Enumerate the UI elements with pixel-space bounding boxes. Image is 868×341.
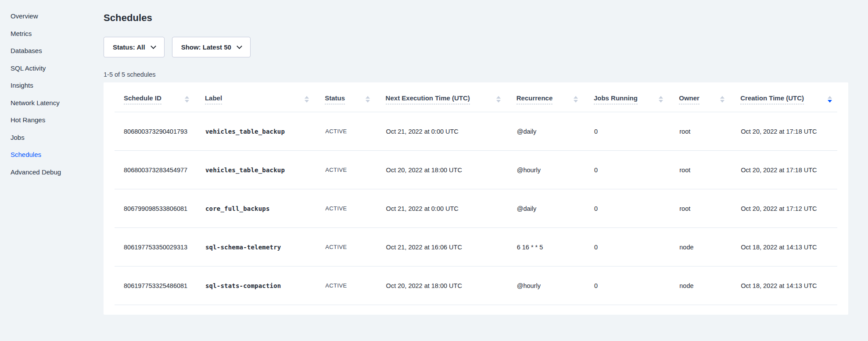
column-header-label: Jobs Running	[594, 94, 638, 104]
cell-status: ACTIVE	[325, 266, 385, 305]
sidebar-item-network-latency[interactable]: Network Latency	[11, 98, 104, 108]
chevron-down-icon	[151, 43, 156, 49]
column-header-status[interactable]: Status	[325, 82, 385, 112]
sort-arrow-up-icon	[720, 96, 725, 99]
sidebar-item-sql-activity[interactable]: SQL Activity	[11, 64, 104, 73]
show-filter-label: Show: Latest 50	[181, 43, 231, 51]
sort-icon[interactable]	[720, 96, 725, 103]
sort-arrow-up-icon	[185, 96, 189, 99]
sort-arrow-down-icon	[366, 100, 370, 103]
sort-arrow-down-icon	[185, 100, 189, 103]
sidebar-item-databases[interactable]: Databases	[11, 46, 104, 56]
cell-owner: root	[679, 189, 740, 228]
cell-owner: root	[679, 151, 740, 189]
cell-owner: root	[679, 112, 740, 151]
schedules-table: Schedule ID Label Status Next Execution …	[115, 82, 837, 305]
column-header-label[interactable]: Label	[205, 82, 325, 112]
cell-owner: node	[679, 228, 740, 266]
sort-icon[interactable]	[496, 96, 501, 103]
page-title: Schedules	[104, 12, 848, 24]
sidebar-item-hot-ranges[interactable]: Hot Ranges	[11, 115, 104, 125]
cell-next-execution-time: Oct 21, 2022 at 0:00 UTC	[386, 189, 516, 228]
table-row: 806197753350029313 sql-schema-telemetry …	[115, 228, 837, 266]
sort-icon[interactable]	[828, 96, 832, 103]
column-header-owner[interactable]: Owner	[679, 82, 740, 112]
cell-jobs-running: 0	[594, 228, 679, 266]
sort-arrow-up-icon	[659, 96, 663, 99]
cell-recurrence: 6 16 * * 5	[516, 228, 594, 266]
result-count: 1-5 of 5 schedules	[104, 71, 848, 78]
sidebar-item-insights[interactable]: Insights	[11, 81, 104, 90]
column-header-label: Label	[205, 94, 222, 104]
cell-next-execution-time: Oct 21, 2022 at 0:00 UTC	[386, 112, 516, 151]
sidebar-item-schedules[interactable]: Schedules	[11, 150, 104, 160]
column-header-label: Recurrence	[516, 94, 553, 104]
status-filter-dropdown[interactable]: Status: All	[104, 37, 165, 57]
sort-arrow-down-icon	[720, 100, 725, 103]
sort-icon[interactable]	[574, 96, 578, 103]
cell-status: ACTIVE	[325, 151, 385, 189]
sidebar-item-overview[interactable]: Overview	[11, 11, 104, 21]
table-row: 806800373290401793 vehicles_table_backup…	[115, 112, 837, 151]
cell-creation-time: Oct 20, 2022 at 17:18 UTC	[740, 151, 837, 189]
cell-jobs-running: 0	[594, 151, 679, 189]
table-row: 806800373283454977 vehicles_table_backup…	[115, 151, 837, 189]
sidebar-item-metrics[interactable]: Metrics	[11, 29, 104, 39]
sort-icon[interactable]	[366, 96, 370, 103]
column-header-label: Next Execution Time (UTC)	[386, 94, 470, 104]
main-content: Schedules Status: All Show: Latest 50 1-…	[104, 0, 868, 341]
cell-schedule-id: 806800373290401793	[115, 112, 205, 151]
sort-arrow-up-icon	[496, 96, 501, 99]
app-window: OverviewMetricsDatabasesSQL ActivityInsi…	[0, 0, 868, 341]
cell-label: sql-schema-telemetry	[205, 228, 325, 266]
column-header-recurrence[interactable]: Recurrence	[516, 82, 594, 112]
cell-jobs-running: 0	[594, 266, 679, 305]
cell-label: vehicles_table_backup	[205, 151, 325, 189]
cell-owner: node	[679, 266, 740, 305]
sort-arrow-up-icon	[366, 96, 370, 99]
cell-status: ACTIVE	[325, 228, 385, 266]
sort-arrow-up-icon	[828, 96, 832, 99]
cell-recurrence: @hourly	[516, 151, 594, 189]
cell-schedule-id: 806197753350029313	[115, 228, 205, 266]
column-header-label: Schedule ID	[124, 94, 161, 104]
schedules-table-card: Schedule ID Label Status Next Execution …	[104, 82, 848, 315]
column-header-jobs-running[interactable]: Jobs Running	[594, 82, 679, 112]
cell-status: ACTIVE	[325, 112, 385, 151]
cell-label: core_full_backups	[205, 189, 325, 228]
sort-arrow-down-icon	[496, 100, 501, 103]
status-filter-label: Status: All	[113, 43, 145, 51]
cell-schedule-id: 806197753325486081	[115, 266, 205, 305]
sort-arrow-up-icon	[574, 96, 578, 99]
cell-jobs-running: 0	[594, 112, 679, 151]
sidebar-item-advanced-debug[interactable]: Advanced Debug	[11, 167, 104, 177]
sort-arrow-down-icon	[574, 100, 578, 103]
sidebar-item-jobs[interactable]: Jobs	[11, 133, 104, 142]
cell-recurrence: @daily	[516, 112, 594, 151]
cell-creation-time: Oct 18, 2022 at 14:13 UTC	[740, 266, 837, 305]
sort-arrow-down-icon	[828, 100, 832, 103]
cell-status: ACTIVE	[325, 189, 385, 228]
column-header-schedule-id[interactable]: Schedule ID	[115, 82, 205, 112]
cell-label: vehicles_table_backup	[205, 112, 325, 151]
filter-bar: Status: All Show: Latest 50	[104, 37, 848, 57]
cell-next-execution-time: Oct 21, 2022 at 16:06 UTC	[386, 228, 516, 266]
cell-recurrence: @hourly	[516, 266, 594, 305]
cell-creation-time: Oct 18, 2022 at 14:13 UTC	[740, 228, 837, 266]
column-header-label: Creation Time (UTC)	[740, 94, 804, 104]
sort-icon[interactable]	[305, 96, 309, 103]
sidebar-nav: OverviewMetricsDatabasesSQL ActivityInsi…	[0, 0, 104, 341]
sort-arrow-down-icon	[305, 100, 309, 103]
cell-creation-time: Oct 20, 2022 at 17:18 UTC	[740, 112, 837, 151]
cell-recurrence: @daily	[516, 189, 594, 228]
chevron-down-icon	[237, 43, 242, 49]
column-header-creation-time-utc[interactable]: Creation Time (UTC)	[740, 82, 837, 112]
column-header-next-execution-time-utc[interactable]: Next Execution Time (UTC)	[386, 82, 516, 112]
cell-next-execution-time: Oct 20, 2022 at 18:00 UTC	[386, 151, 516, 189]
sort-icon[interactable]	[659, 96, 663, 103]
table-body: 806800373290401793 vehicles_table_backup…	[115, 112, 837, 305]
cell-jobs-running: 0	[594, 189, 679, 228]
cell-label: sql-stats-compaction	[205, 266, 325, 305]
show-filter-dropdown[interactable]: Show: Latest 50	[172, 37, 251, 57]
sort-icon[interactable]	[185, 96, 189, 103]
